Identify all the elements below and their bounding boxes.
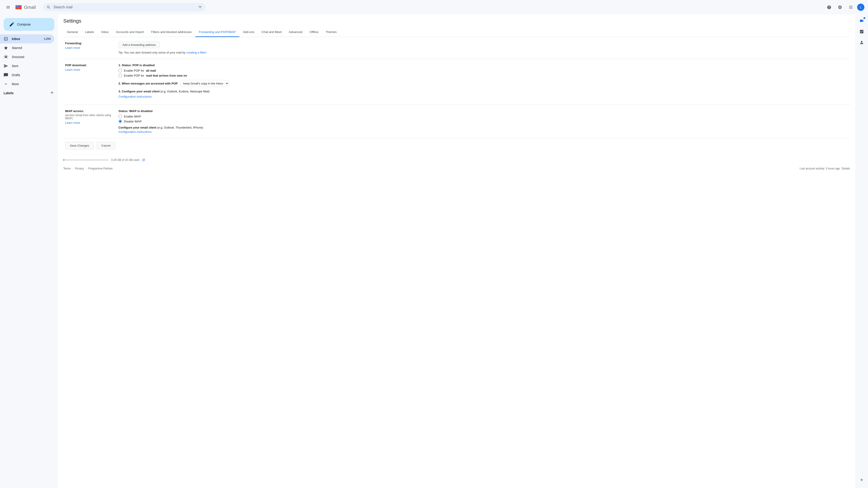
tab-addons[interactable]: Add-ons bbox=[239, 28, 258, 37]
inbox-label: Inbox bbox=[12, 37, 40, 41]
pop-action-dropdown[interactable]: keep Gmail's copy in the Inbox bbox=[180, 80, 229, 87]
forwarding-row: Add a forwarding address bbox=[119, 41, 850, 48]
imap-learn-more[interactable]: Learn more bbox=[65, 121, 80, 125]
programme-link[interactable]: Programme Policies bbox=[88, 167, 113, 170]
footer: Terms · Privacy · Programme Policies Las… bbox=[58, 163, 855, 174]
search-input[interactable] bbox=[53, 5, 195, 9]
imap-enable-label: Enable IMAP bbox=[124, 115, 141, 118]
gmail-wordmark: Gmail bbox=[24, 5, 36, 10]
filter-icon[interactable] bbox=[198, 5, 202, 9]
inbox-count: 1,254 bbox=[44, 37, 51, 40]
sidebar-item-sent[interactable]: Sent bbox=[0, 61, 54, 70]
footer-links: Terms · Privacy · Programme Policies bbox=[63, 167, 113, 170]
meet-icon-btn[interactable] bbox=[857, 16, 866, 25]
forwarding-learn-more[interactable]: Learn more bbox=[65, 46, 80, 50]
privacy-link[interactable]: Privacy bbox=[75, 167, 84, 170]
drafts-label: Drafts bbox=[12, 73, 51, 77]
starred-label: Starred bbox=[12, 46, 51, 50]
pop-new-mail-radio[interactable] bbox=[119, 74, 122, 77]
sidebar-item-snoozed[interactable]: Snoozed bbox=[0, 53, 54, 61]
pop-new-mail-prefix: Enable POP for bbox=[124, 74, 144, 77]
terms-link[interactable]: Terms bbox=[63, 167, 71, 170]
tasks-icon-btn[interactable] bbox=[857, 27, 866, 36]
search-icon bbox=[46, 5, 51, 9]
details-link[interactable]: Details bbox=[842, 167, 850, 170]
labels-add-icon[interactable] bbox=[50, 90, 54, 96]
last-activity-text: Last account activity: 3 hours ago bbox=[800, 167, 840, 170]
tab-offline[interactable]: Offline bbox=[306, 28, 322, 37]
sidebar-item-more[interactable]: More bbox=[0, 79, 54, 89]
search-bar[interactable] bbox=[43, 3, 206, 11]
imap-disable-option[interactable]: Disable IMAP bbox=[119, 120, 850, 123]
sidebar-item-drafts[interactable]: Drafts bbox=[0, 70, 54, 79]
creating-filter-link[interactable]: creating a filter! bbox=[186, 51, 206, 54]
pop-step3-label: 3. Configure your email client (e.g. Out… bbox=[119, 90, 850, 93]
cancel-button[interactable]: Cancel bbox=[96, 142, 115, 149]
imap-enable-radio[interactable] bbox=[119, 115, 122, 118]
imap-section: IMAP access: (access Gmail from other cl… bbox=[63, 105, 850, 138]
apps-button[interactable] bbox=[846, 3, 855, 12]
pop-radio-group: Enable POP for all mail Enable POP for m… bbox=[119, 69, 850, 77]
tab-labels[interactable]: Labels bbox=[81, 28, 98, 37]
pop-learn-more[interactable]: Learn more bbox=[65, 68, 80, 71]
imap-config-link[interactable]: Configuration instructions bbox=[119, 130, 850, 133]
avatar[interactable]: L bbox=[857, 4, 864, 11]
pop-all-mail-radio[interactable] bbox=[119, 69, 122, 72]
imap-disable-radio[interactable] bbox=[119, 120, 122, 123]
storage-bar-fill bbox=[63, 159, 64, 161]
save-changes-button[interactable]: Save Changes bbox=[65, 142, 94, 149]
meet-badge bbox=[864, 17, 865, 19]
add-panel-icon-btn[interactable] bbox=[857, 475, 866, 484]
pop-content: 1. Status: POP is disabled Enable POP fo… bbox=[119, 64, 850, 100]
tab-accounts[interactable]: Accounts and Import bbox=[112, 28, 148, 37]
add-forwarding-button[interactable]: Add a forwarding address bbox=[119, 41, 160, 48]
tab-inbox[interactable]: Inbox bbox=[98, 28, 112, 37]
forwarding-label-col: Forwarding: Learn more bbox=[63, 41, 113, 54]
forwarding-content: Add a forwarding address Tip: You can al… bbox=[119, 41, 850, 54]
pop-all-mail-option[interactable]: Enable POP for all mail bbox=[119, 69, 850, 72]
compose-icon bbox=[9, 22, 14, 27]
forwarding-section: Forwarding: Learn more Add a forwarding … bbox=[63, 37, 850, 59]
sidebar-item-starred[interactable]: Starred bbox=[0, 43, 54, 53]
help-button[interactable] bbox=[825, 3, 834, 12]
pop-label: POP download: bbox=[65, 64, 113, 67]
more-label: More bbox=[12, 82, 51, 86]
menu-icon[interactable] bbox=[4, 3, 13, 12]
imap-enable-option[interactable]: Enable IMAP bbox=[119, 115, 850, 118]
storage-text: 0.29 GB of 15 GB used bbox=[111, 158, 139, 162]
contacts-icon-btn[interactable] bbox=[857, 38, 866, 47]
settings-title: Settings bbox=[63, 18, 850, 24]
tab-filters[interactable]: Filters and blocked addresses bbox=[148, 28, 195, 37]
forwarding-tip: Tip: You can also forward only some of y… bbox=[119, 51, 850, 54]
pop-config-link[interactable]: Configuration instructions bbox=[119, 95, 850, 98]
tab-themes[interactable]: Themes bbox=[322, 28, 340, 37]
storage-external-link-icon[interactable] bbox=[142, 158, 145, 162]
tab-chat[interactable]: Chat and Meet bbox=[258, 28, 285, 37]
tab-forwarding[interactable]: Forwarding and POP/IMAP bbox=[195, 28, 239, 37]
imap-sublabel: (access Gmail from other clients using I… bbox=[65, 113, 113, 120]
imap-status-label: Status: IMAP is disabled bbox=[119, 109, 850, 113]
sent-label: Sent bbox=[12, 64, 51, 68]
pop-label-col: POP download: Learn more bbox=[63, 64, 113, 100]
topbar-left: Gmail bbox=[4, 3, 36, 12]
labels-title: Labels bbox=[4, 91, 13, 95]
pop-new-mail-option[interactable]: Enable POP for mail that arrives from no… bbox=[119, 74, 850, 77]
tab-advanced[interactable]: Advanced bbox=[285, 28, 306, 37]
storage-bar-container bbox=[63, 159, 108, 161]
pop-all-mail-bold: all mail bbox=[146, 69, 156, 72]
forwarding-label: Forwarding: bbox=[65, 41, 113, 45]
sidebar-item-inbox[interactable]: Inbox 1,254 bbox=[0, 34, 54, 43]
content-area: Settings General Labels Inbox Accounts a… bbox=[58, 14, 855, 488]
tab-general[interactable]: General bbox=[63, 28, 81, 37]
gmail-logo: Gmail bbox=[14, 3, 36, 11]
footer-dot-2: · bbox=[86, 167, 86, 170]
tip-prefix: Tip: You can also forward only some of y… bbox=[119, 51, 186, 54]
pop-new-mail-bold: mail that arrives from now on bbox=[146, 74, 187, 77]
imap-configure-strong: Configure your email client bbox=[119, 126, 156, 129]
pop-step2: 2. When messages are accessed with POP k… bbox=[119, 80, 850, 87]
imap-radio-group: Enable IMAP Disable IMAP bbox=[119, 115, 850, 123]
imap-label-col: IMAP access: (access Gmail from other cl… bbox=[63, 109, 113, 133]
settings-button[interactable] bbox=[835, 3, 844, 12]
more-icon bbox=[4, 82, 8, 86]
compose-button[interactable]: Compose bbox=[4, 18, 54, 31]
